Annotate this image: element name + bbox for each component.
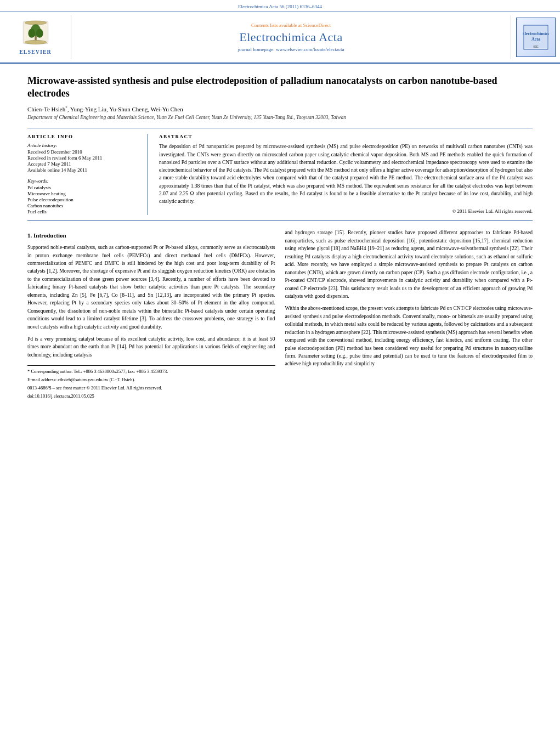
- body-col2-para2: Within the above-mentioned scope, the pr…: [285, 304, 533, 368]
- footnote-email: E-mail address: cthsieh@saturn.yzu.edu.t…: [27, 376, 275, 383]
- authors-text: Chien-Te Hsieh*, Yung-Ying Liu, Yu-Shun …: [27, 106, 183, 112]
- body-col1-para2: Pd is a very promising catalyst because …: [27, 335, 275, 359]
- journal-ref-bar: Electrochimica Acta 56 (2011) 6336–6344: [0, 0, 560, 12]
- svg-point-2: [25, 40, 47, 44]
- body-col1-para1: Supported noble-metal catalysts, such as…: [27, 244, 275, 331]
- section1-heading: 1. Introduction: [27, 231, 275, 240]
- journal-logo-right: Electrochimica Acta ISE: [511, 15, 560, 59]
- journal-header: ELSEVIER Contents lists available at Sci…: [0, 12, 560, 64]
- revised-line: Received in revised form 6 May 2011: [27, 155, 140, 161]
- journal-center: Contents lists available at ScienceDirec…: [71, 15, 511, 59]
- sciencedirect-link: Contents lists available at ScienceDirec…: [251, 22, 331, 28]
- svg-text:Electrochimica: Electrochimica: [523, 31, 549, 36]
- journal-homepage: journal homepage: www.elsevier.com/locat…: [238, 47, 344, 52]
- abstract-col: ABSTRACT The deposition of Pd nanopartic…: [159, 134, 533, 215]
- issn-line: 0013-4686/$ – see front matter © 2011 El…: [27, 384, 275, 392]
- article-title: Microwave-assisted synthesis and pulse e…: [27, 75, 533, 100]
- keyword-4: Carbon nanotubes: [27, 203, 140, 208]
- abstract-label: ABSTRACT: [159, 134, 533, 139]
- sciencedirect-name: ScienceDirect: [303, 22, 331, 28]
- journal-title: Electrochimica Acta: [239, 30, 342, 44]
- article-info-abstract: ARTICLE INFO Article history: Received 9…: [27, 128, 533, 221]
- homepage-url: www.elsevier.com/locate/electacta: [276, 47, 344, 52]
- svg-text:Acta: Acta: [531, 37, 540, 42]
- keyword-3: Pulse electrodeposition: [27, 197, 140, 202]
- elsevier-tree-icon: [19, 20, 52, 48]
- keywords-list: Pd catalysts Microwave heating Pulse ele…: [27, 185, 140, 214]
- history-label: Article history:: [27, 143, 140, 148]
- elsevier-label: ELSEVIER: [19, 49, 52, 55]
- body-col-right: and hydrogen storage [15]. Recently, pio…: [285, 229, 533, 399]
- svg-point-1: [25, 20, 47, 24]
- body-columns: 1. Introduction Supported noble-metal ca…: [27, 229, 533, 399]
- doi-line: doi:10.1016/j.electacta.2011.05.025: [27, 393, 275, 400]
- elsevier-logo: ELSEVIER: [19, 20, 52, 55]
- keyword-1: Pd catalysts: [27, 185, 140, 190]
- elsevier-logo-area: ELSEVIER: [0, 15, 71, 59]
- accepted-line: Accepted 7 May 2011: [27, 161, 140, 167]
- article-info-col: ARTICLE INFO Article history: Received 9…: [27, 134, 148, 215]
- svg-text:ISE: ISE: [533, 45, 539, 48]
- abstract-text: The deposition of Pd nanoparticles prepa…: [159, 143, 533, 205]
- keyword-2: Microwave heating: [27, 191, 140, 196]
- keyword-5: Fuel cells: [27, 209, 140, 214]
- footnote-area: * Corresponding author. Tel.: +886 3 463…: [27, 365, 275, 400]
- body-col-left: 1. Introduction Supported noble-metal ca…: [27, 229, 275, 399]
- page: Electrochimica Acta 56 (2011) 6336–6344: [0, 0, 560, 741]
- journal-ref-text: Electrochimica Acta 56 (2011) 6336–6344: [238, 4, 322, 9]
- received-line: Received 9 December 2010: [27, 149, 140, 155]
- keywords-label: Keywords:: [27, 178, 140, 184]
- right-logo-box: Electrochimica Acta ISE: [516, 18, 556, 57]
- available-line: Available online 14 May 2011: [27, 167, 140, 173]
- right-logo-icon: Electrochimica Acta ISE: [523, 24, 549, 50]
- footnote-star: * Corresponding author. Tel.: +886 3 463…: [27, 368, 275, 375]
- article-content: Microwave-assisted synthesis and pulse e…: [0, 64, 560, 411]
- article-authors: Chien-Te Hsieh*, Yung-Ying Liu, Yu-Shun …: [27, 106, 533, 113]
- body-col2-para1: and hydrogen storage [15]. Recently, pio…: [285, 229, 533, 300]
- copyright-line: © 2011 Elsevier Ltd. All rights reserved…: [159, 208, 533, 214]
- svg-point-6: [36, 29, 43, 37]
- article-info-label: ARTICLE INFO: [27, 134, 140, 139]
- article-affiliation: Department of Chemical Engineering and M…: [27, 115, 533, 120]
- svg-point-5: [28, 29, 35, 37]
